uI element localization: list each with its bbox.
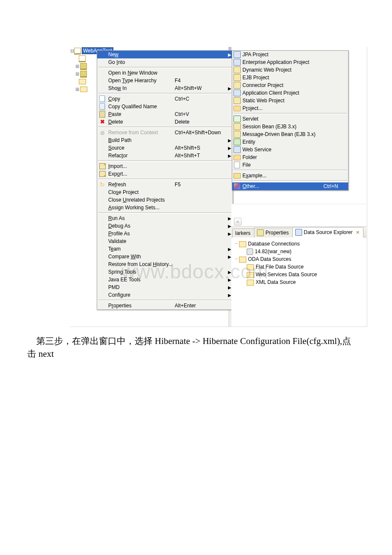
lib-icon: [80, 70, 87, 77]
menu-item-label: Build Path: [107, 137, 175, 143]
tab-properties[interactable]: Properties: [254, 228, 293, 237]
menu-item-label: Assign Working Sets...: [107, 205, 175, 211]
menu-item[interactable]: Close Unrelated Projects: [97, 196, 233, 204]
menu-item[interactable]: Build Path▶: [97, 136, 233, 144]
ds-tree-row[interactable]: Web Services Data Source: [234, 271, 365, 278]
menu-item[interactable]: Restore from Local History...: [97, 260, 233, 268]
submenu-item-label: Folder: [242, 154, 323, 160]
menu-item[interactable]: Go Into: [97, 58, 233, 66]
blank-icon: [97, 283, 107, 291]
menu-item[interactable]: SourceAlt+Shift+S▶: [97, 144, 233, 152]
wizard-icon: [232, 115, 242, 123]
menu-item[interactable]: PasteCtrl+V: [97, 110, 233, 118]
menu-item[interactable]: New▶: [97, 51, 233, 58]
tree-child-row[interactable]: ⊞: [70, 85, 97, 93]
submenu-item[interactable]: Application Client Project: [232, 89, 348, 97]
menu-item[interactable]: Import...: [97, 162, 233, 170]
menu-item[interactable]: Assign Working Sets...: [97, 204, 233, 211]
ds-tree-row[interactable]: Flat File Data Source: [234, 263, 365, 271]
menu-item-label: PMD: [107, 284, 175, 290]
menu-item[interactable]: Copy Qualified Name: [97, 103, 233, 110]
menu-item[interactable]: PropertiesAlt+Enter: [97, 302, 233, 309]
tree-child-row[interactable]: [70, 55, 97, 62]
expand-icon[interactable]: ⊞: [75, 71, 80, 77]
submenu-item[interactable]: Static Web Project: [232, 97, 348, 104]
expand-icon[interactable]: ⊞: [75, 64, 80, 69]
collapse-icon[interactable]: ⊟: [70, 48, 74, 54]
submenu-item[interactable]: Message-Driven Bean (EJB 3.x): [232, 130, 348, 138]
menu-item[interactable]: Export...: [97, 170, 233, 178]
tree-node-icon: [247, 280, 254, 286]
submenu-item[interactable]: Connector Project: [232, 81, 348, 89]
submenu-item[interactable]: Example...: [232, 172, 348, 179]
menu-item[interactable]: Open Type HierarchyF4: [97, 77, 233, 84]
tree-child-row[interactable]: ⊞: [70, 62, 97, 70]
menu-item-accel: F5: [175, 182, 227, 188]
menu-item[interactable]: Java EE Tools▶: [97, 276, 233, 283]
menu-item[interactable]: RefactorAlt+Shift+T▶: [97, 152, 233, 159]
submenu-item[interactable]: Folder: [232, 153, 348, 161]
submenu-item[interactable]: Entity: [232, 138, 348, 146]
submenu-item[interactable]: Project...: [232, 104, 348, 112]
tree-node-label: XML Data Source: [256, 278, 296, 286]
menu-item[interactable]: Compare With▶: [97, 253, 233, 260]
blank-icon: [97, 152, 107, 159]
wizard-icon: [232, 51, 242, 58]
submenu-item[interactable]: Dynamic Web Project: [232, 66, 348, 74]
scroll-left-button[interactable]: <: [234, 218, 242, 225]
submenu-item[interactable]: Servlet: [232, 115, 348, 123]
menu-item[interactable]: Validate: [97, 237, 233, 245]
menu-item-label: Remove from Context: [107, 130, 175, 136]
submenu-item[interactable]: JPA Project: [232, 51, 348, 58]
tree-child-row[interactable]: [70, 78, 97, 85]
menu-item-accel: Ctrl+V: [175, 111, 227, 117]
tree-node-icon: [239, 241, 246, 247]
tree-expander-icon[interactable]: −: [234, 240, 239, 248]
tree-node-label: Flat File Data Source: [256, 263, 304, 271]
project-icon: [74, 47, 81, 54]
tree-expander-icon[interactable]: −: [234, 255, 239, 263]
tab-data-source-explorer[interactable]: Data Source Explorer ✕: [292, 227, 364, 237]
expand-icon[interactable]: ⊞: [75, 87, 80, 92]
wizard-icon: [232, 153, 242, 161]
submenu-item[interactable]: File: [232, 161, 348, 169]
tab-label: Data Source Explorer: [304, 229, 353, 235]
menu-item[interactable]: Open in New Window: [97, 69, 233, 77]
tree-root-row[interactable]: ⊟ WebAppTest: [70, 47, 97, 55]
menu-item-label: Delete: [107, 119, 175, 125]
submenu-item[interactable]: Session Bean (EJB 3.x): [232, 123, 348, 130]
menu-item[interactable]: ✖DeleteDelete: [97, 118, 233, 126]
menu-item-label: Copy Qualified Name: [107, 104, 175, 110]
copyq-icon: [97, 103, 107, 110]
menu-item[interactable]: CopyCtrl+C: [97, 95, 233, 103]
menu-item[interactable]: Close Project: [97, 188, 233, 196]
tab-markers[interactable]: larkers: [232, 228, 254, 237]
ds-tree-row[interactable]: 14.82(war_new): [234, 248, 365, 255]
ds-tree-row[interactable]: −Database Connections: [234, 240, 365, 248]
remove-icon: ⊘: [97, 129, 107, 136]
menu-item[interactable]: Show InAlt+Shift+W▶: [97, 84, 233, 92]
menu-item[interactable]: PMD▶: [97, 283, 233, 291]
submenu-item[interactable]: Other...Ctrl+N: [232, 182, 348, 190]
menu-item[interactable]: Run As▶: [97, 214, 233, 222]
close-icon[interactable]: ✕: [354, 230, 360, 235]
menu-item-accel: Alt+Shift+W: [175, 85, 227, 91]
menu-item[interactable]: Team▶: [97, 245, 233, 253]
menu-item[interactable]: Debug As▶: [97, 222, 233, 230]
blank-icon: [97, 276, 107, 283]
submenu-item-label: Enterprise Application Project: [242, 59, 323, 65]
menu-item-label: Go Into: [107, 59, 175, 65]
menu-item[interactable]: Profile As▶: [97, 230, 233, 237]
tree-child-row[interactable]: ⊞: [70, 70, 97, 78]
menu-item[interactable]: ↻RefreshF5: [97, 181, 233, 188]
submenu-item[interactable]: EJB Project: [232, 74, 348, 81]
blank-icon: [97, 69, 107, 77]
submenu-item[interactable]: Web Service: [232, 146, 348, 153]
wizard-icon: [232, 146, 242, 153]
submenu-item[interactable]: Enterprise Application Project: [232, 58, 348, 66]
menu-item[interactable]: Configure▶: [97, 291, 233, 299]
ds-tree-row[interactable]: XML Data Source: [234, 278, 365, 286]
menu-item[interactable]: Spring Tools▶: [97, 268, 233, 276]
ds-tree-row[interactable]: −ODA Data Sources: [234, 255, 365, 263]
import-icon: [97, 162, 107, 170]
